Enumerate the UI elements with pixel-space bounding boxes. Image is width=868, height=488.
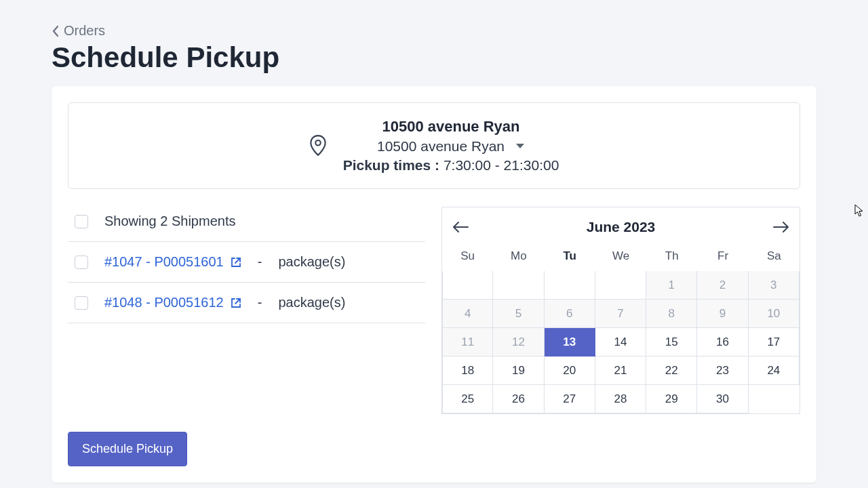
calendar-day[interactable]: 23: [697, 357, 748, 385]
calendar-day[interactable]: 27: [545, 385, 595, 413]
shipment-package-label: package(s): [278, 254, 345, 270]
calendar-day[interactable]: 29: [646, 385, 697, 413]
calendar-day: 11: [442, 328, 493, 357]
calendar-day[interactable]: 19: [493, 357, 544, 385]
calendar-dow: Fr: [697, 243, 748, 271]
shipment-checkbox[interactable]: [75, 256, 88, 269]
calendar-dow: Th: [646, 243, 697, 271]
address-selector[interactable]: 10500 avenue Ryan 10500 avenue Ryan Pick…: [68, 102, 800, 189]
caret-down-icon[interactable]: [515, 143, 525, 150]
shipment-dash: -: [258, 295, 262, 310]
calendar: June 2023 SuMoTuWeThFrSa 123456789101112…: [441, 207, 800, 414]
calendar-day: [595, 271, 646, 300]
shipment-row: #1048 - P00051612-package(s): [68, 283, 425, 323]
calendar-day[interactable]: 20: [545, 357, 595, 385]
address-title: 10500 avenue Ryan: [382, 117, 519, 137]
shipment-link-text: #1048 - P00051612: [104, 295, 224, 310]
breadcrumb-orders[interactable]: Orders: [52, 23, 816, 39]
calendar-day[interactable]: 13: [545, 328, 595, 357]
shipment-link-text: #1047 - P00051601: [104, 254, 224, 270]
calendar-day: 5: [493, 300, 544, 328]
external-link-icon: [231, 257, 241, 268]
shipment-link[interactable]: #1048 - P00051612: [104, 295, 241, 310]
external-link-icon: [231, 298, 241, 308]
calendar-day: [442, 271, 493, 300]
calendar-prev-button[interactable]: [449, 216, 472, 239]
shipments-panel: Showing 2 Shipments #1047 - P00051601-pa…: [68, 207, 425, 414]
calendar-day[interactable]: 24: [749, 357, 800, 385]
calendar-day[interactable]: 14: [595, 328, 646, 357]
pickup-times-label: Pickup times :: [343, 157, 439, 173]
svg-point-0: [315, 140, 320, 145]
breadcrumb-label: Orders: [64, 23, 105, 39]
calendar-day: [545, 271, 595, 300]
shipment-checkbox[interactable]: [75, 296, 88, 310]
main-card: 10500 avenue Ryan 10500 avenue Ryan Pick…: [52, 86, 816, 483]
calendar-day[interactable]: 28: [595, 385, 646, 413]
calendar-day[interactable]: 25: [442, 385, 493, 413]
calendar-day: 6: [545, 300, 595, 328]
calendar-dow: Sa: [749, 243, 800, 271]
page-title: Schedule Pickup: [52, 41, 816, 74]
calendar-next-button[interactable]: [770, 216, 793, 239]
calendar-day[interactable]: 26: [493, 385, 544, 413]
calendar-dow: Su: [442, 243, 493, 271]
pickup-times-value: 7:30:00 - 21:30:00: [443, 157, 559, 173]
calendar-day: 12: [493, 328, 544, 357]
calendar-title: June 2023: [587, 219, 656, 235]
calendar-day[interactable]: 16: [697, 328, 748, 357]
calendar-day[interactable]: 18: [442, 357, 493, 385]
select-all-checkbox[interactable]: [75, 215, 88, 228]
map-pin-icon: [309, 135, 327, 157]
shipments-header: Showing 2 Shipments: [68, 207, 425, 242]
calendar-day: 8: [646, 300, 697, 328]
calendar-dow: Tu: [545, 243, 595, 271]
calendar-day: 3: [749, 271, 800, 300]
calendar-day: 2: [697, 271, 748, 300]
calendar-day: 10: [749, 300, 800, 328]
calendar-day[interactable]: 21: [595, 357, 646, 385]
calendar-day: 4: [442, 300, 493, 328]
pickup-times: Pickup times : 7:30:00 - 21:30:00: [343, 156, 559, 175]
calendar-day: 7: [595, 300, 646, 328]
calendar-day: [493, 271, 544, 300]
calendar-day[interactable]: 30: [697, 385, 748, 413]
schedule-pickup-button[interactable]: Schedule Pickup: [68, 432, 187, 466]
calendar-day[interactable]: 22: [646, 357, 697, 385]
chevron-left-icon: [52, 25, 60, 37]
shipments-count: Showing 2 Shipments: [104, 214, 235, 229]
address-subtitle: 10500 avenue Ryan: [377, 137, 505, 156]
calendar-day: 1: [646, 271, 697, 300]
calendar-day[interactable]: 15: [646, 328, 697, 357]
calendar-dow: We: [595, 243, 646, 271]
shipment-row: #1047 - P00051601-package(s): [68, 242, 425, 283]
shipment-link[interactable]: #1047 - P00051601: [104, 254, 241, 270]
calendar-day: 9: [697, 300, 748, 328]
calendar-day: [749, 385, 800, 413]
shipment-dash: -: [258, 254, 262, 270]
shipment-package-label: package(s): [278, 295, 345, 310]
calendar-dow: Mo: [493, 243, 544, 271]
calendar-day[interactable]: 17: [749, 328, 800, 357]
